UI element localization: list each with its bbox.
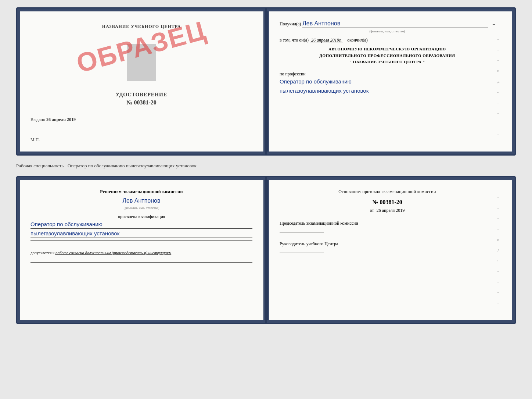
top-right-page: Получил(а) Лев Антпонов – (фамилия, имя,…: [269, 11, 512, 152]
vtom-date: 26 апреля 2019г.: [310, 38, 343, 43]
poluchil-label: Получил(а): [280, 21, 301, 27]
poluchil-row: Получил(а) Лев Антпонов –: [280, 20, 495, 28]
profession-line1-top: Оператор по обслуживанию: [280, 78, 495, 86]
udostoverenie-label: УДОСТОВЕРЕНИЕ: [116, 92, 167, 98]
b-deco-3: –: [497, 216, 499, 220]
profession-line2-top: пылегазоулавливающих установок: [280, 88, 495, 95]
predsedatel-sig-line: [280, 232, 324, 232]
deco-5: и: [497, 69, 499, 73]
bottom-right-decorations: – – – – и ,а ← – – – –: [495, 189, 502, 311]
top-right-content: Получил(а) Лев Антпонов – (фамилия, имя,…: [280, 20, 495, 143]
po-professii-label: по профессии: [280, 71, 495, 77]
deco-11: –: [497, 132, 499, 136]
top-book-spine: [265, 11, 268, 152]
dopusk-line: допускается к работе согласно должностны…: [30, 250, 252, 255]
vtom-label: в том, что он(а): [280, 38, 309, 43]
bottom-left-page: Решением экзаменационной комиссии Лев Ан…: [20, 180, 263, 320]
b-deco-6: ,а: [497, 248, 500, 252]
b-deco-5: и: [497, 238, 499, 242]
protocol-date-val: 26 апреля 2019: [377, 208, 405, 213]
deco-10: –: [497, 122, 499, 126]
b-deco-9: –: [497, 280, 499, 284]
b-deco-2: –: [497, 206, 499, 210]
b-deco-7: ←: [496, 259, 500, 263]
osnovanie-label: Основание: протокол экзаменационной коми…: [280, 189, 495, 195]
dopusk-text: работе согласно должностным (производств…: [55, 250, 171, 255]
deco-9: –: [497, 111, 499, 115]
bottom-right-content: Основание: протокол экзаменационной коми…: [280, 189, 495, 311]
prisvoena-label: присвоена квалификация: [30, 214, 252, 220]
vtom-line: в том, что он(а) 26 апреля 2019г. окончи…: [280, 38, 495, 43]
bottom-book-spine: [265, 180, 268, 320]
cert-number-top: № 00381-20: [126, 99, 156, 106]
fio-subtitle-bottom: (фамилия, имя, отчество): [30, 206, 252, 210]
kvalif-line2: пылегазоулавливающих установок: [30, 230, 252, 238]
protocol-date-bottom: от 26 апреля 2019: [280, 208, 495, 213]
dopusk-label: допускается к: [30, 250, 54, 255]
top-certificate-book: НАЗВАНИЕ УЧЕБНОГО ЦЕНТРА ОБРАЗЕЦ УДОСТОВ…: [16, 7, 516, 156]
top-left-page: НАЗВАНИЕ УЧЕБНОГО ЦЕНТРА ОБРАЗЕЦ УДОСТОВ…: [20, 11, 263, 152]
org-block: АВТОНОМНУЮ НЕКОММЕРЧЕСКУЮ ОРГАНИЗАЦИЮ ДО…: [280, 46, 495, 65]
b-deco-1: –: [497, 195, 499, 199]
b-deco-8: –: [497, 269, 499, 273]
b-deco-10: –: [497, 290, 499, 294]
separator-text: Рабочая специальность - Оператор по обсл…: [16, 161, 516, 170]
komissia-name: Лев Антпонов: [30, 197, 252, 205]
vydano-label: Выдано: [30, 117, 45, 122]
rukovoditel-label: Руководитель учебного Центра: [280, 241, 495, 247]
org-line3: " НАЗВАНИЕ УЧЕБНОГО ЦЕНТРА ": [280, 59, 495, 65]
b-deco-11: –: [497, 301, 499, 305]
resheniyem-label: Решением экзаменационной комиссии: [30, 189, 252, 195]
deco-8: –: [497, 101, 499, 105]
deco-3: –: [497, 48, 499, 52]
vydano-date: 26 апреля 2019: [46, 117, 76, 122]
deco-7: ←: [496, 90, 500, 94]
org-line1: АВТОНОМНУЮ НЕКОММЕРЧЕСКУЮ ОРГАНИЗАЦИЮ: [280, 46, 495, 53]
vydano-line: Выдано 26 апреля 2019: [30, 117, 252, 122]
deco-2: –: [497, 37, 499, 41]
kvalif-line1: Оператор по обслуживанию: [30, 221, 252, 229]
deco-6: ,а: [497, 79, 500, 83]
rukovoditel-block: Руководитель учебного Центра: [280, 241, 495, 254]
bottom-certificate-book: Решением экзаменационной комиссии Лев Ан…: [16, 176, 516, 324]
mp-line: М.П.: [30, 137, 252, 143]
deco-1: –: [497, 26, 499, 31]
predsedatel-label: Председатель экзаменационной комиссии: [280, 221, 495, 226]
top-right-decorations: – – – – и ,а ← – – – –: [495, 20, 502, 143]
org-line2: ДОПОЛНИТЕЛЬНОГО ПРОФЕССИОНАЛЬНОГО ОБРАЗО…: [280, 53, 495, 59]
poluchil-name: Лев Антпонов: [302, 20, 488, 28]
photo-placeholder: [127, 44, 156, 81]
ot-label: от: [370, 208, 374, 213]
bottom-right-page: Основание: протокол экзаменационной коми…: [269, 180, 512, 320]
b-deco-4: –: [497, 227, 499, 231]
predsedatel-block: Председатель экзаменационной комиссии: [280, 221, 495, 234]
deco-4: –: [497, 58, 499, 62]
fio-subtitle-top: (фамилия, имя, отчество): [280, 29, 495, 33]
okonchil-label: окончил(а): [347, 38, 367, 43]
rukovoditel-sig-line: [280, 253, 324, 253]
protocol-number-bottom: № 00381-20: [280, 199, 495, 206]
top-left-title: НАЗВАНИЕ УЧЕБНОГО ЦЕНТРА: [30, 24, 252, 29]
